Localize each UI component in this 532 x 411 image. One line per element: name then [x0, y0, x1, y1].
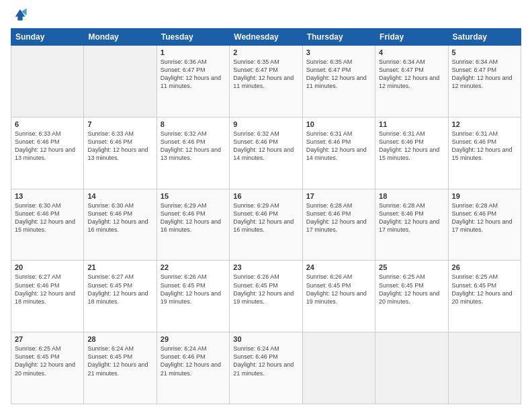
day-info: Sunrise: 6:26 AM Sunset: 6:45 PM Dayligh… — [161, 273, 226, 306]
day-info: Sunrise: 6:27 AM Sunset: 6:46 PM Dayligh… — [15, 273, 80, 306]
day-number: 28 — [87, 335, 152, 343]
day-number: 11 — [379, 120, 444, 128]
calendar-cell: 16Sunrise: 6:29 AM Sunset: 6:46 PM Dayli… — [230, 189, 302, 261]
day-info: Sunrise: 6:29 AM Sunset: 6:46 PM Dayligh… — [161, 201, 226, 234]
calendar-cell: 18Sunrise: 6:28 AM Sunset: 6:46 PM Dayli… — [375, 189, 448, 261]
day-number: 8 — [161, 120, 226, 128]
day-number: 9 — [233, 120, 298, 128]
calendar-cell: 25Sunrise: 6:25 AM Sunset: 6:45 PM Dayli… — [375, 261, 448, 332]
day-info: Sunrise: 6:35 AM Sunset: 6:47 PM Dayligh… — [233, 58, 298, 91]
calendar-cell — [375, 332, 448, 404]
day-info: Sunrise: 6:31 AM Sunset: 6:46 PM Dayligh… — [379, 130, 444, 163]
weekday-header-sunday: Sunday — [11, 29, 84, 46]
logo-icon — [13, 7, 28, 21]
day-number: 6 — [15, 120, 80, 128]
calendar-cell: 4Sunrise: 6:34 AM Sunset: 6:47 PM Daylig… — [375, 46, 448, 118]
day-number: 17 — [306, 192, 371, 200]
day-number: 5 — [452, 48, 517, 56]
header — [11, 9, 521, 21]
weekday-header-wednesday: Wednesday — [230, 29, 302, 46]
day-info: Sunrise: 6:26 AM Sunset: 6:45 PM Dayligh… — [306, 273, 371, 306]
day-number: 25 — [379, 263, 444, 271]
day-info: Sunrise: 6:31 AM Sunset: 6:46 PM Dayligh… — [306, 130, 371, 163]
calendar-cell: 5Sunrise: 6:34 AM Sunset: 6:47 PM Daylig… — [448, 46, 521, 118]
calendar-cell: 17Sunrise: 6:28 AM Sunset: 6:46 PM Dayli… — [302, 189, 375, 261]
calendar-week-row: 20Sunrise: 6:27 AM Sunset: 6:46 PM Dayli… — [11, 261, 521, 332]
calendar-week-row: 1Sunrise: 6:36 AM Sunset: 6:47 PM Daylig… — [11, 46, 521, 118]
day-number: 12 — [452, 120, 517, 128]
day-info: Sunrise: 6:25 AM Sunset: 6:45 PM Dayligh… — [452, 273, 517, 306]
calendar-cell: 22Sunrise: 6:26 AM Sunset: 6:45 PM Dayli… — [157, 261, 229, 332]
weekday-header-friday: Friday — [375, 29, 448, 46]
calendar-cell: 8Sunrise: 6:32 AM Sunset: 6:46 PM Daylig… — [157, 117, 229, 189]
calendar-cell: 24Sunrise: 6:26 AM Sunset: 6:45 PM Dayli… — [302, 261, 375, 332]
weekday-header-tuesday: Tuesday — [157, 29, 229, 46]
day-number: 26 — [452, 263, 517, 271]
calendar-week-row: 27Sunrise: 6:25 AM Sunset: 6:45 PM Dayli… — [11, 332, 521, 404]
calendar-week-row: 13Sunrise: 6:30 AM Sunset: 6:46 PM Dayli… — [11, 189, 521, 261]
day-info: Sunrise: 6:35 AM Sunset: 6:47 PM Dayligh… — [306, 58, 371, 91]
calendar-cell: 23Sunrise: 6:26 AM Sunset: 6:45 PM Dayli… — [230, 261, 302, 332]
calendar-cell: 20Sunrise: 6:27 AM Sunset: 6:46 PM Dayli… — [11, 261, 84, 332]
day-number: 18 — [379, 192, 444, 200]
calendar-cell: 27Sunrise: 6:25 AM Sunset: 6:45 PM Dayli… — [11, 332, 84, 404]
calendar-cell: 12Sunrise: 6:31 AM Sunset: 6:46 PM Dayli… — [448, 117, 521, 189]
day-number: 29 — [161, 335, 226, 343]
day-info: Sunrise: 6:28 AM Sunset: 6:46 PM Dayligh… — [452, 201, 517, 234]
calendar-cell: 2Sunrise: 6:35 AM Sunset: 6:47 PM Daylig… — [230, 46, 302, 118]
calendar-cell — [448, 332, 521, 404]
day-info: Sunrise: 6:25 AM Sunset: 6:45 PM Dayligh… — [15, 345, 80, 377]
calendar-cell: 28Sunrise: 6:24 AM Sunset: 6:45 PM Dayli… — [84, 332, 157, 404]
day-info: Sunrise: 6:30 AM Sunset: 6:46 PM Dayligh… — [15, 201, 80, 234]
calendar-cell: 21Sunrise: 6:27 AM Sunset: 6:45 PM Dayli… — [84, 261, 157, 332]
calendar-table: SundayMondayTuesdayWednesdayThursdayFrid… — [11, 28, 521, 404]
day-info: Sunrise: 6:25 AM Sunset: 6:45 PM Dayligh… — [379, 273, 444, 306]
day-number: 15 — [161, 192, 226, 200]
day-info: Sunrise: 6:28 AM Sunset: 6:46 PM Dayligh… — [379, 201, 444, 234]
day-number: 13 — [15, 192, 80, 200]
calendar-cell: 11Sunrise: 6:31 AM Sunset: 6:46 PM Dayli… — [375, 117, 448, 189]
day-number: 23 — [233, 263, 298, 271]
logo — [11, 9, 28, 21]
day-number: 1 — [161, 48, 226, 56]
weekday-header-saturday: Saturday — [448, 29, 521, 46]
calendar-cell — [84, 46, 157, 118]
day-info: Sunrise: 6:28 AM Sunset: 6:46 PM Dayligh… — [306, 201, 371, 234]
calendar-body: 1Sunrise: 6:36 AM Sunset: 6:47 PM Daylig… — [11, 46, 521, 404]
day-info: Sunrise: 6:34 AM Sunset: 6:47 PM Dayligh… — [379, 58, 444, 91]
day-number: 3 — [306, 48, 371, 56]
calendar-cell: 26Sunrise: 6:25 AM Sunset: 6:45 PM Dayli… — [448, 261, 521, 332]
day-info: Sunrise: 6:36 AM Sunset: 6:47 PM Dayligh… — [161, 58, 226, 91]
day-number: 2 — [233, 48, 298, 56]
day-number: 24 — [306, 263, 371, 271]
calendar-cell: 19Sunrise: 6:28 AM Sunset: 6:46 PM Dayli… — [448, 189, 521, 261]
day-info: Sunrise: 6:24 AM Sunset: 6:45 PM Dayligh… — [87, 345, 152, 377]
day-number: 7 — [87, 120, 152, 128]
calendar-cell: 30Sunrise: 6:24 AM Sunset: 6:46 PM Dayli… — [230, 332, 302, 404]
day-info: Sunrise: 6:32 AM Sunset: 6:46 PM Dayligh… — [233, 130, 298, 163]
day-number: 30 — [233, 335, 298, 343]
day-number: 21 — [87, 263, 152, 271]
day-number: 10 — [306, 120, 371, 128]
weekday-header-thursday: Thursday — [302, 29, 375, 46]
calendar-cell: 14Sunrise: 6:30 AM Sunset: 6:46 PM Dayli… — [84, 189, 157, 261]
day-number: 22 — [161, 263, 226, 271]
day-info: Sunrise: 6:34 AM Sunset: 6:47 PM Dayligh… — [452, 58, 517, 91]
day-info: Sunrise: 6:29 AM Sunset: 6:46 PM Dayligh… — [233, 201, 298, 234]
calendar-cell: 13Sunrise: 6:30 AM Sunset: 6:46 PM Dayli… — [11, 189, 84, 261]
day-info: Sunrise: 6:27 AM Sunset: 6:45 PM Dayligh… — [87, 273, 152, 306]
day-number: 4 — [379, 48, 444, 56]
day-number: 14 — [87, 192, 152, 200]
weekday-header-monday: Monday — [84, 29, 157, 46]
calendar-cell: 6Sunrise: 6:33 AM Sunset: 6:46 PM Daylig… — [11, 117, 84, 189]
calendar-week-row: 6Sunrise: 6:33 AM Sunset: 6:46 PM Daylig… — [11, 117, 521, 189]
day-info: Sunrise: 6:31 AM Sunset: 6:46 PM Dayligh… — [452, 130, 517, 163]
day-info: Sunrise: 6:26 AM Sunset: 6:45 PM Dayligh… — [233, 273, 298, 306]
day-info: Sunrise: 6:33 AM Sunset: 6:46 PM Dayligh… — [15, 130, 80, 163]
day-info: Sunrise: 6:32 AM Sunset: 6:46 PM Dayligh… — [161, 130, 226, 163]
day-info: Sunrise: 6:24 AM Sunset: 6:46 PM Dayligh… — [161, 345, 226, 377]
calendar-cell: 7Sunrise: 6:33 AM Sunset: 6:46 PM Daylig… — [84, 117, 157, 189]
day-number: 27 — [15, 335, 80, 343]
weekday-header-row: SundayMondayTuesdayWednesdayThursdayFrid… — [11, 29, 521, 46]
calendar-cell: 3Sunrise: 6:35 AM Sunset: 6:47 PM Daylig… — [302, 46, 375, 118]
